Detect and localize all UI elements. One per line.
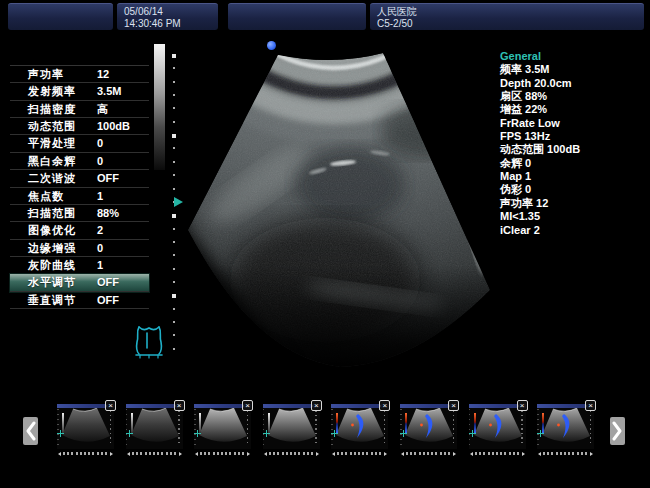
thumbnail-caption bbox=[331, 452, 388, 456]
thumbnail-right-ticks bbox=[590, 410, 592, 443]
thumbnail-fan bbox=[126, 404, 183, 449]
parameter-value: 3.5M bbox=[97, 83, 121, 100]
chevron-right-icon bbox=[612, 421, 623, 441]
sidebar-parameter-row[interactable]: 扫描范围 88% bbox=[10, 205, 149, 222]
thumbnail-left-ticks bbox=[194, 409, 196, 445]
parameter-label: 垂直调节 bbox=[28, 292, 76, 309]
thumbnail-item[interactable]: × bbox=[469, 404, 526, 456]
thumbnail-image: × bbox=[331, 404, 388, 449]
parameter-value: 1 bbox=[97, 257, 103, 274]
overlay-line: 声功率 12 bbox=[500, 197, 648, 210]
thumbnail-image: × bbox=[194, 404, 251, 449]
thumbnail-left-ticks bbox=[331, 409, 333, 445]
thumbnail-image: × bbox=[537, 404, 594, 449]
close-icon[interactable]: × bbox=[242, 400, 253, 411]
parameter-sidebar: 声功率 12 发射频率 3.5M 扫描密度 高 动态范围 100dB 平滑处理 … bbox=[10, 65, 149, 309]
thumbnail-item[interactable]: × bbox=[537, 404, 594, 456]
parameter-value: 2 bbox=[97, 222, 103, 239]
parameter-label: 二次谐波 bbox=[28, 170, 76, 187]
thumbnail-caption bbox=[469, 452, 526, 456]
filmstrip-prev-button[interactable] bbox=[23, 417, 38, 445]
thumbnail-item[interactable]: × bbox=[57, 404, 114, 456]
sidebar-parameter-row[interactable]: 黑白余辉 0 bbox=[10, 153, 149, 170]
overlay-line: FPS 13Hz bbox=[500, 130, 648, 143]
sidebar-parameter-row[interactable]: 平滑处理 0 bbox=[10, 135, 149, 152]
thumbnail-item[interactable]: × bbox=[194, 404, 251, 456]
sidebar-parameter-row[interactable]: 声功率 12 bbox=[10, 66, 149, 83]
thumbnail-item[interactable]: × bbox=[126, 404, 183, 456]
sidebar-parameter-row[interactable]: 动态范围 100dB bbox=[10, 118, 149, 135]
thumbnail-left-ticks bbox=[126, 409, 128, 445]
thumbnail-image: × bbox=[263, 404, 320, 449]
sidebar-parameter-row[interactable]: 水平调节 OFF bbox=[10, 274, 149, 291]
parameter-label: 图像优化 bbox=[28, 222, 76, 239]
overlay-line: 动态范围 100dB bbox=[500, 143, 648, 156]
topbar-datetime: 05/06/14 14:30:46 PM bbox=[117, 3, 218, 30]
thumbnail-item[interactable]: × bbox=[263, 404, 320, 456]
filmstrip-next-button[interactable] bbox=[610, 417, 625, 445]
thumbnail-left-ticks bbox=[537, 409, 539, 445]
sidebar-parameter-row[interactable]: 发射频率 3.5M bbox=[10, 83, 149, 100]
topbar-hospital: 人民医院 C5-2/50 bbox=[370, 3, 644, 30]
sidebar-parameter-row[interactable]: 二次谐波 OFF bbox=[10, 170, 149, 187]
thumbnail-caption bbox=[57, 452, 114, 456]
thumbnail-right-ticks bbox=[110, 410, 112, 443]
parameter-value: 88% bbox=[97, 205, 119, 222]
sidebar-parameter-row[interactable]: 图像优化 2 bbox=[10, 222, 149, 239]
overlay-line: 余辉 0 bbox=[500, 157, 648, 170]
overlay-line: 频率 3.5M bbox=[500, 63, 648, 76]
close-icon[interactable]: × bbox=[517, 400, 528, 411]
topbar-empty-box-2 bbox=[228, 3, 366, 30]
body-marker-icon bbox=[132, 322, 166, 360]
thumbnail-left-ticks bbox=[263, 409, 265, 445]
thumbnail-right-ticks bbox=[178, 410, 180, 443]
thumbnail-image: × bbox=[57, 404, 114, 449]
parameter-label: 水平调节 bbox=[28, 274, 76, 291]
parameter-value: OFF bbox=[97, 274, 119, 291]
time-text: 14:30:46 PM bbox=[117, 18, 218, 30]
sidebar-parameter-row[interactable]: 扫描密度 高 bbox=[10, 101, 149, 118]
thumbnail-fan bbox=[469, 404, 526, 449]
sidebar-parameter-row[interactable]: 垂直调节 OFF bbox=[10, 292, 149, 309]
parameter-label: 灰阶曲线 bbox=[28, 257, 76, 274]
close-icon[interactable]: × bbox=[311, 400, 322, 411]
ultrasound-image-canvas[interactable] bbox=[175, 35, 505, 370]
sidebar-parameter-row[interactable]: 焦点数 1 bbox=[10, 188, 149, 205]
close-icon[interactable]: × bbox=[379, 400, 390, 411]
overlay-line: iClear 2 bbox=[500, 224, 648, 237]
close-icon[interactable]: × bbox=[105, 400, 116, 411]
thumbnail-image: × bbox=[400, 404, 457, 449]
thumbnail-item[interactable]: × bbox=[400, 404, 457, 456]
parameter-value: OFF bbox=[97, 170, 119, 187]
parameter-value: 0 bbox=[97, 135, 103, 152]
parameter-label: 扫描密度 bbox=[28, 101, 76, 118]
overlay-line: FrRate Low bbox=[500, 117, 648, 130]
overlay-line: 伪彩 0 bbox=[500, 183, 648, 196]
thumbnail-left-ticks bbox=[400, 409, 402, 445]
parameter-label: 动态范围 bbox=[28, 118, 76, 135]
thumbnail-right-ticks bbox=[247, 410, 249, 443]
image-parameter-overlay: General 频率 3.5MDepth 20.0cm扇区 88%增益 22%F… bbox=[500, 50, 648, 237]
overlay-line: 扇区 88% bbox=[500, 90, 648, 103]
close-icon[interactable]: × bbox=[448, 400, 459, 411]
sidebar-parameter-row[interactable]: 边缘增强 0 bbox=[10, 240, 149, 257]
topbar-empty-box-1 bbox=[8, 3, 113, 30]
parameter-label: 黑白余辉 bbox=[28, 153, 76, 170]
thumbnail-caption bbox=[126, 452, 183, 456]
probe-orientation-dot bbox=[267, 41, 276, 50]
close-icon[interactable]: × bbox=[174, 400, 185, 411]
thumbnail-image: × bbox=[469, 404, 526, 449]
close-icon[interactable]: × bbox=[585, 400, 596, 411]
thumbnail-image: × bbox=[126, 404, 183, 449]
parameter-label: 扫描范围 bbox=[28, 205, 76, 222]
thumbnail-left-ticks bbox=[57, 409, 59, 445]
thumbnail-left-ticks bbox=[469, 409, 471, 445]
thumbnail-item[interactable]: × bbox=[331, 404, 388, 456]
overlay-line: Depth 20.0cm bbox=[500, 77, 648, 90]
parameter-value: 0 bbox=[97, 153, 103, 170]
hospital-name: 人民医院 bbox=[370, 4, 644, 18]
parameter-value: 高 bbox=[97, 101, 108, 118]
thumbnail-right-ticks bbox=[521, 410, 523, 443]
sidebar-parameter-row[interactable]: 灰阶曲线 1 bbox=[10, 257, 149, 274]
date-text: 05/06/14 bbox=[117, 4, 218, 18]
